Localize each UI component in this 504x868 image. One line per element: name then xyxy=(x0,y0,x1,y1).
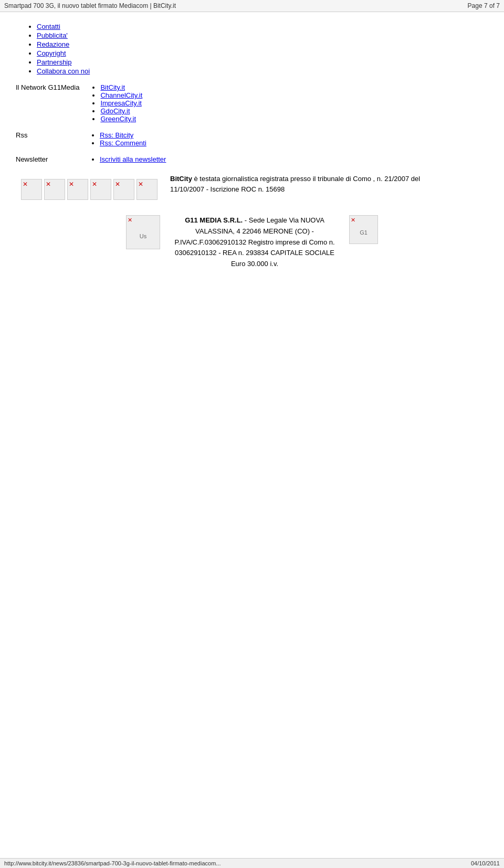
broken-image-4 xyxy=(90,179,111,200)
list-item: Collabora con noi xyxy=(37,67,488,75)
rss-commenti-link[interactable]: Rss: Commenti xyxy=(100,139,146,147)
newsletter-section: Newsletter Iscriviti alla newsletter xyxy=(16,155,488,163)
list-item: Rss: Commenti xyxy=(100,139,146,147)
rss-section: Rss Rss: Bitcity Rss: Commenti xyxy=(16,131,488,147)
company-text: G11 MEDIA S.R.L. - Sede Legale Via NUOVA… xyxy=(171,215,339,270)
nav-section: Contatti Pubblicita' Redazione Copyright… xyxy=(16,23,488,75)
list-item: Redazione xyxy=(37,40,488,48)
newsletter-list: Iscriviti alla newsletter xyxy=(89,155,166,163)
list-item: Copyright xyxy=(37,49,488,57)
list-item: Contatti xyxy=(37,23,488,30)
rss-label: Rss xyxy=(16,131,79,139)
broken-image-6 xyxy=(136,179,158,200)
impresacity-link[interactable]: ImpresaCity.it xyxy=(100,99,142,107)
bitcity-link[interactable]: BitCity.it xyxy=(100,83,125,91)
list-item: GreenCity.it xyxy=(100,115,142,123)
broken-image-1 xyxy=(21,179,42,200)
rss-bitcity-link[interactable]: Rss: Bitcity xyxy=(100,131,133,139)
broken-image-icon-g1: ✕ xyxy=(351,217,355,224)
collabora-link[interactable]: Collabora con noi xyxy=(37,67,90,75)
company-name: G11 MEDIA S.R.L. xyxy=(185,216,243,224)
us-logo-label: Us xyxy=(140,233,146,239)
redazione-link[interactable]: Redazione xyxy=(37,40,69,48)
newsletter-label: Newsletter xyxy=(16,155,79,163)
broken-image-2 xyxy=(44,179,65,200)
broken-images-row: BitCity è testata giornalistica registra… xyxy=(16,174,488,205)
list-item: Iscriviti alla newsletter xyxy=(100,155,166,163)
greencity-link[interactable]: GreenCity.it xyxy=(100,115,136,123)
company-info-row: ✕ Us G11 MEDIA S.R.L. - Sede Legale Via … xyxy=(16,215,488,270)
broken-image-icon: ✕ xyxy=(128,217,132,224)
nav-list: Contatti Pubblicita' Redazione Copyright… xyxy=(16,23,488,75)
rss-list: Rss: Bitcity Rss: Commenti xyxy=(89,131,146,147)
partnership-link[interactable]: Partnership xyxy=(37,58,71,66)
footer-bitcity-text: BitCity è testata giornalistica registra… xyxy=(170,174,433,194)
channelcity-link[interactable]: ChannelCity.it xyxy=(100,91,142,99)
main-content: Contatti Pubblicita' Redazione Copyright… xyxy=(0,12,504,291)
g1-logo-box: ✕ G1 xyxy=(349,215,378,244)
newsletter-link[interactable]: Iscriviti alla newsletter xyxy=(100,155,166,163)
bitcity-brand: BitCity xyxy=(170,175,192,183)
gdocity-link[interactable]: GdoCity.it xyxy=(100,107,130,115)
page-title: Smartpad 700 3G, il nuovo tablet firmato… xyxy=(4,2,176,9)
network-label: Il Network G11Media xyxy=(16,83,79,91)
contatti-link[interactable]: Contatti xyxy=(37,23,60,30)
network-list: BitCity.it ChannelCity.it ImpresaCity.it… xyxy=(90,83,142,123)
pubblicita-link[interactable]: Pubblicita' xyxy=(37,31,68,39)
list-item: Pubblicita' xyxy=(37,31,488,39)
bitcity-description: è testata giornalistica registrata press… xyxy=(170,175,420,193)
copyright-link[interactable]: Copyright xyxy=(37,49,66,57)
us-logo-box: ✕ Us xyxy=(126,215,160,249)
list-item: ImpresaCity.it xyxy=(100,99,142,107)
list-item: Partnership xyxy=(37,58,488,66)
list-item: ChannelCity.it xyxy=(100,91,142,99)
broken-image-3 xyxy=(67,179,88,200)
list-item: BitCity.it xyxy=(100,83,142,91)
g1-logo-label: G1 xyxy=(360,229,368,236)
list-item: GdoCity.it xyxy=(100,107,142,115)
list-item: Rss: Bitcity xyxy=(100,131,146,139)
page-info: Page 7 of 7 xyxy=(468,2,500,9)
browser-bar: Smartpad 700 3G, il nuovo tablet firmato… xyxy=(0,0,504,12)
network-section: Il Network G11Media BitCity.it ChannelCi… xyxy=(16,83,488,123)
broken-image-5 xyxy=(113,179,134,200)
